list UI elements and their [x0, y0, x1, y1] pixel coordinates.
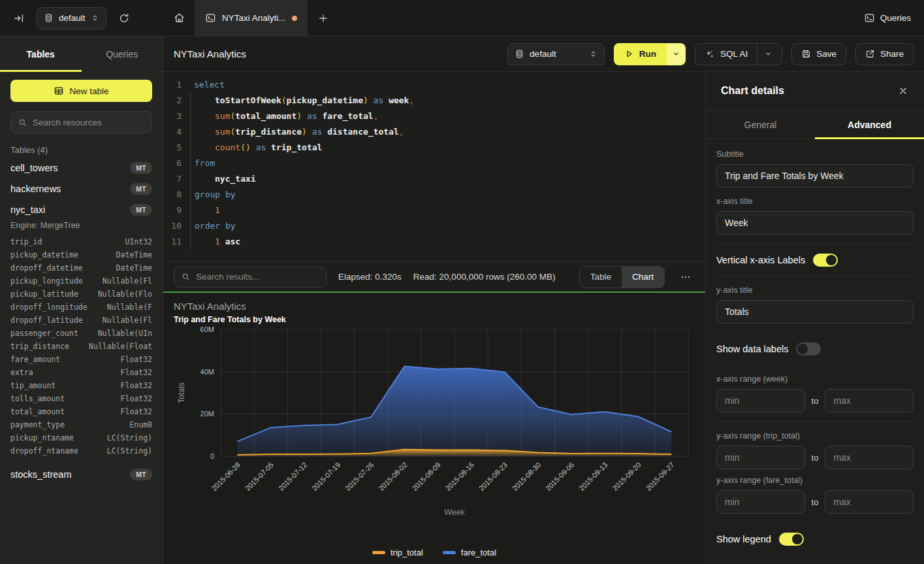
legend-item-trip_total[interactable]: trip_total	[372, 548, 423, 557]
y-range-trip-min-input[interactable]	[716, 446, 805, 469]
sidebar-table-nyc_taxi[interactable]: nyc_taxiMT	[10, 199, 152, 220]
new-tab-button[interactable]	[308, 0, 339, 36]
divider	[716, 523, 914, 523]
run-options-dropdown[interactable]	[667, 43, 686, 65]
svg-text:2015-06-28: 2015-06-28	[210, 461, 242, 492]
column-row-dropoff_longitude[interactable]: dropoff_longitudeNullable(F	[10, 301, 152, 314]
vertical-x-axis-labels-toggle[interactable]	[813, 254, 838, 267]
legend-item-fare_total[interactable]: fare_total	[443, 548, 496, 557]
refresh-icon[interactable]	[114, 8, 134, 28]
column-row-tip_amount[interactable]: tip_amountFloat32	[10, 379, 152, 392]
column-row-dropoff_latitude[interactable]: dropoff_latitudeNullable(Fl	[10, 314, 152, 327]
line-number: 3	[163, 108, 182, 124]
database-select[interactable]: default	[37, 7, 106, 29]
y-range-fare-min-input[interactable]	[716, 490, 805, 514]
svg-text:2015-09-27: 2015-09-27	[645, 461, 676, 492]
code-line-4[interactable]: 4sum(trip_distance) as distance_total,	[163, 124, 705, 140]
code-line-8[interactable]: 8group by	[163, 187, 705, 203]
view-toggle-table[interactable]: Table	[580, 267, 622, 288]
share-button[interactable]: Share	[855, 43, 914, 65]
column-row-pickup_ntaname[interactable]: pickup_ntanameLC(String)	[10, 431, 152, 444]
chevron-updown-icon	[91, 14, 99, 22]
sidebar-tab-tables[interactable]: Tables	[0, 37, 82, 71]
svg-text:2015-08-30: 2015-08-30	[511, 461, 542, 492]
run-label: Run	[639, 49, 656, 59]
collapse-sidebar-icon[interactable]	[9, 8, 29, 28]
engine-badge: MT	[130, 162, 152, 174]
y-axis-title-input[interactable]	[716, 300, 914, 323]
column-row-extra[interactable]: extraFloat32	[10, 366, 152, 379]
svg-text:2015-07-26: 2015-07-26	[343, 461, 375, 492]
home-button[interactable]	[163, 0, 195, 36]
x-axis-title-input[interactable]	[716, 211, 914, 235]
more-options-button[interactable]	[677, 268, 695, 286]
code-line-11[interactable]: 111 asc	[163, 234, 705, 250]
queries-button[interactable]: Queries	[851, 0, 924, 36]
sidebar-content: New table Tables (4) cell_towersMThacker…	[0, 72, 163, 564]
chevron-updown-icon	[589, 50, 597, 58]
subtitle-input[interactable]	[716, 164, 914, 188]
run-button[interactable]: Run	[614, 43, 686, 65]
sql-ai-button[interactable]: SQL AI	[695, 43, 782, 65]
view-toggle-chart[interactable]: Chart	[622, 267, 664, 288]
column-row-dropoff_datetime[interactable]: dropoff_datetimeDateTime	[10, 261, 152, 274]
column-row-dropoff_ntaname[interactable]: dropoff_ntanameLC(String)	[10, 444, 152, 457]
svg-text:Totals: Totals	[177, 382, 186, 403]
y-range-trip-max-input[interactable]	[825, 446, 914, 469]
column-row-passenger_count[interactable]: passenger_countNullable(UIn	[10, 327, 152, 340]
code-line-10[interactable]: 10order by	[163, 218, 705, 234]
area-chart[interactable]: 020M40M60MTotals2015-06-282015-07-052015…	[174, 324, 695, 546]
column-row-fare_amount[interactable]: fare_amountFloat32	[10, 353, 152, 366]
code-line-1[interactable]: 1select	[163, 77, 705, 93]
svg-text:2015-08-02: 2015-08-02	[377, 461, 408, 492]
line-number: 2	[163, 93, 182, 108]
column-row-pickup_longitude[interactable]: pickup_longitudeNullable(Fl	[10, 274, 152, 288]
vertical-x-axis-labels-label: Vertical x-axis Labels	[716, 255, 805, 265]
x-range-max-input[interactable]	[825, 389, 914, 412]
chevron-down-icon[interactable]	[764, 50, 773, 58]
sidebar-search[interactable]	[10, 111, 152, 133]
code-line-9[interactable]: 91	[163, 203, 705, 218]
sql-editor[interactable]: 1select2toStartOfWeek(pickup_datetime) a…	[163, 72, 705, 261]
svg-text:60M: 60M	[200, 325, 214, 333]
code-line-3[interactable]: 3sum(total_amount) as fare_total,	[163, 108, 705, 124]
sidebar-table-hackernews[interactable]: hackernewsMT	[10, 178, 152, 199]
column-row-total_amount[interactable]: total_amountFloat32	[10, 405, 152, 418]
sidebar-search-input[interactable]	[33, 118, 148, 127]
view-toggle: Table Chart	[579, 266, 665, 288]
column-row-trip_id[interactable]: trip_idUInt32	[10, 235, 152, 248]
subtitle-label: Subtitle	[716, 150, 914, 159]
results-search[interactable]	[174, 267, 327, 288]
new-table-button[interactable]: New table	[10, 80, 152, 102]
divider	[716, 333, 914, 333]
results-search-input[interactable]	[196, 272, 319, 282]
sidebar-table-stocks_stream[interactable]: stocks_streamMT	[10, 464, 152, 485]
y-range-fare-max-input[interactable]	[825, 490, 914, 514]
column-row-tolls_amount[interactable]: tolls_amountFloat32	[10, 392, 152, 405]
column-row-pickup_latitude[interactable]: pickup_latitudeNullable(Flo	[10, 288, 152, 301]
query-database-select[interactable]: default	[507, 43, 605, 65]
column-row-pickup_datetime[interactable]: pickup_datetimeDateTime	[10, 248, 152, 261]
divider	[716, 244, 914, 244]
sidebar-table-cell_towers[interactable]: cell_towersMT	[10, 158, 152, 178]
close-icon[interactable]	[898, 86, 908, 96]
code-line-7[interactable]: 7nyc_taxi	[163, 171, 705, 187]
y-axis-title-label: y-axis title	[716, 286, 914, 295]
svg-text:2015-07-12: 2015-07-12	[277, 461, 308, 492]
tab-advanced[interactable]: Advanced	[815, 110, 924, 139]
x-range-min-input[interactable]	[716, 389, 805, 412]
tab-nytaxi-analytics[interactable]: NYTaxi Analyti...	[195, 0, 308, 36]
save-button[interactable]: Save	[791, 43, 846, 65]
show-legend-toggle[interactable]	[779, 533, 804, 546]
chart-details-panel: Chart details General Advanced Subtitle	[705, 72, 924, 564]
query-header: NYTaxi Analytics default	[163, 37, 924, 72]
code-line-2[interactable]: 2toStartOfWeek(pickup_datetime) as week,	[163, 93, 705, 108]
tab-general[interactable]: General	[706, 110, 815, 139]
show-data-labels-toggle[interactable]	[796, 342, 821, 356]
show-legend-label: Show legend	[716, 534, 771, 544]
sidebar-tab-queries[interactable]: Queries	[82, 37, 163, 71]
column-row-payment_type[interactable]: payment_typeEnum8	[10, 418, 152, 431]
code-line-6[interactable]: 6from	[163, 156, 705, 171]
column-row-trip_distance[interactable]: trip_distanceNullable(Float	[10, 340, 152, 353]
code-line-5[interactable]: 5count() as trip_total	[163, 140, 705, 156]
